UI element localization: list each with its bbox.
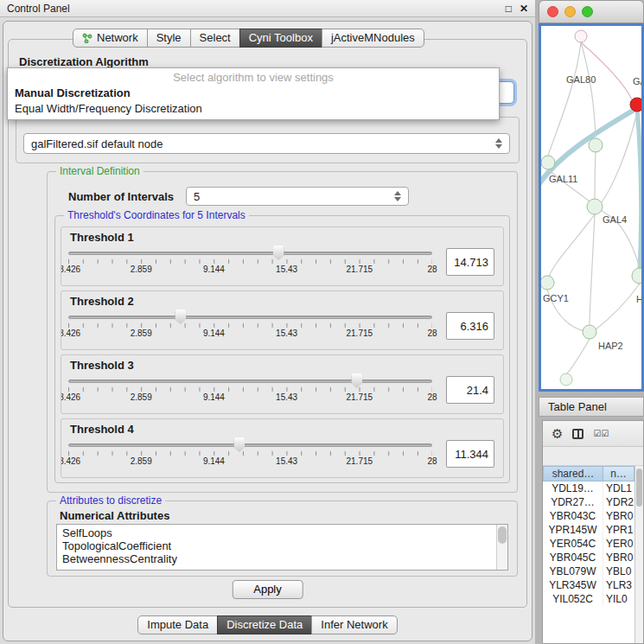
control-panel-title: Control Panel [7, 3, 498, 15]
table-row[interactable]: YDL19… YDL1 [543, 481, 634, 495]
slider-handle[interactable] [175, 309, 186, 324]
table-cell[interactable]: YBL079W [543, 564, 603, 578]
network-node[interactable] [541, 156, 555, 169]
slider-track[interactable] [68, 316, 432, 319]
table-scrollbar[interactable] [634, 466, 643, 643]
slider-handle[interactable] [273, 245, 284, 260]
table-row[interactable]: YBR045C YBR0 [543, 551, 634, 564]
threshold-2-slider[interactable]: -3.426 2.859 9.144 15.43 21.715 28 [67, 309, 434, 343]
number-of-intervals-combo[interactable]: 5 [186, 187, 409, 206]
threshold-4-value-input[interactable]: 11.344 [446, 440, 494, 468]
algorithm-dropdown-list: Select algorithm to view settings Manual… [7, 67, 500, 120]
network-node[interactable] [560, 373, 572, 386]
table-cell[interactable]: YDL19… [543, 481, 603, 495]
cyni-content-panel: Discretization Algorithm Table Data galF… [8, 39, 527, 608]
table-cell[interactable]: YDR27… [543, 495, 603, 509]
scrollbar-thumb[interactable] [636, 469, 642, 507]
list-item-betweennesscentrality[interactable]: BetweennessCentrality [57, 552, 507, 565]
slider-ticks [68, 387, 432, 392]
tab-jactivemnodules[interactable]: jActiveMNodules [322, 29, 424, 48]
table-cell[interactable]: YER054C [543, 537, 603, 551]
network-node[interactable] [632, 268, 641, 284]
tab-impute-data[interactable]: Impute Data [137, 615, 218, 634]
column-header-name[interactable]: n… [603, 466, 634, 481]
slider-track[interactable] [68, 252, 432, 255]
slider-handle[interactable] [351, 373, 362, 388]
network-node[interactable] [541, 276, 554, 290]
table-data-combo[interactable]: galFiltered.sif default node [23, 133, 510, 154]
table-data-combo-value: galFiltered.sif default node [31, 137, 494, 150]
network-node-selected[interactable] [630, 98, 641, 112]
tab-select[interactable]: Select [190, 29, 240, 48]
tab-style[interactable]: Style [147, 29, 191, 48]
table-toolbar-spacer [543, 447, 643, 466]
slider-scale: -3.426 2.859 9.144 15.43 21.715 28 [68, 456, 432, 467]
table-row[interactable]: YDR27… YDR2 [543, 495, 634, 509]
tab-infer-network[interactable]: Infer Network [311, 615, 397, 634]
table-row[interactable]: YLR345W YLR3 [543, 578, 634, 592]
attributes-scrollbar[interactable] [496, 525, 507, 570]
select-columns-icon[interactable]: ☑☑ [593, 429, 609, 438]
columns-icon[interactable] [572, 429, 583, 439]
list-item-selfloops[interactable]: SelfLoops [57, 526, 507, 539]
table-cell[interactable]: YDL1 [603, 481, 634, 495]
table-cell[interactable]: YLR3 [603, 578, 634, 592]
threshold-1-value-input[interactable]: 14.713 [446, 248, 494, 276]
network-node[interactable] [583, 325, 596, 339]
threshold-3-value-input[interactable]: 21.4 [446, 376, 494, 404]
network-node[interactable] [575, 30, 587, 42]
table-cell[interactable]: YBL0 [603, 564, 634, 578]
undock-icon[interactable]: □ [506, 3, 512, 15]
table-cell[interactable]: YIL0 [603, 592, 634, 606]
table-cell[interactable]: YPR145W [543, 523, 603, 537]
tick-label: 21.715 [347, 265, 373, 274]
bottom-tabstrip: Impute Data Discretize Data Infer Networ… [137, 615, 397, 634]
threshold-3-slider[interactable]: -3.426 2.859 9.144 15.43 21.715 28 [67, 373, 434, 407]
thresholds-group: Threshold's Coordinates for 5 Intervals … [54, 215, 510, 483]
tab-discretize-data[interactable]: Discretize Data [217, 615, 312, 634]
tab-network[interactable]: Network [73, 29, 148, 48]
table-cell[interactable]: YIL052C [543, 592, 603, 606]
number-of-intervals-label: Number of Intervals [68, 190, 174, 203]
table-cell[interactable]: YBR0 [603, 551, 634, 564]
table-row[interactable]: YIL052C YIL0 [543, 592, 634, 606]
slider-handle[interactable] [233, 437, 245, 452]
column-header-shared-name[interactable]: shared… [543, 466, 603, 481]
network-node[interactable] [587, 199, 603, 214]
traffic-zoom-icon[interactable] [582, 6, 593, 17]
dropdown-option-manual-discretization[interactable]: Manual Discretization [8, 86, 499, 101]
table-row[interactable]: YBL079W YBL0 [543, 564, 634, 578]
table-cell[interactable]: YBR0 [603, 509, 634, 523]
table-cell[interactable]: YPR1 [603, 523, 634, 537]
threshold-1-label: Threshold 1 [70, 231, 503, 244]
scrollbar-thumb[interactable] [498, 526, 507, 544]
dropdown-option-equal-width-frequency[interactable]: Equal Width/Frequency Discretization [8, 101, 499, 117]
network-canvas[interactable]: GAL80 GA GAL11 GAL4 GCY1 HAP2 H [539, 23, 644, 392]
traffic-minimize-icon[interactable] [564, 6, 576, 17]
traffic-close-icon[interactable] [547, 6, 558, 17]
threshold-2-value-input[interactable]: 6.316 [446, 312, 494, 340]
gear-icon[interactable]: ⚙ [552, 427, 563, 440]
tab-cyni-toolbox-label: Cyni Toolbox [249, 31, 313, 44]
table-cell[interactable]: YBR045C [543, 551, 603, 564]
table-row[interactable]: YER054C YER0 [543, 537, 634, 551]
table-row[interactable]: YPR145W YPR1 [543, 523, 634, 537]
table-window: ⚙ ☑☑ shared… n… YDL19… YDL1 YDR27… YDR2 … [542, 420, 644, 644]
network-node[interactable] [589, 138, 603, 152]
tab-cyni-toolbox[interactable]: Cyni Toolbox [239, 29, 322, 48]
table-cell[interactable]: YLR345W [543, 578, 603, 592]
threshold-4-slider[interactable]: -3.426 2.859 9.144 15.43 21.715 28 [67, 437, 434, 471]
table-cell[interactable]: YER0 [603, 537, 634, 551]
threshold-1-slider[interactable]: -3.426 2.859 9.144 15.43 21.715 28 [67, 245, 434, 279]
table-cell[interactable]: YBR043C [543, 509, 603, 523]
slider-track[interactable] [68, 379, 432, 383]
list-item-topologicalcoefficient[interactable]: TopologicalCoefficient [57, 539, 507, 552]
apply-button[interactable]: Apply [232, 580, 303, 599]
table-cell[interactable]: YDR2 [603, 495, 634, 509]
tick-label: 15.43 [276, 328, 297, 338]
close-icon[interactable]: ✕ [520, 3, 528, 15]
threshold-panel-2: Threshold 2 -3.426 2.859 9.144 1 [61, 290, 504, 350]
network-graph: GAL80 GA GAL11 GAL4 GCY1 HAP2 H [541, 26, 641, 389]
slider-track[interactable] [68, 443, 432, 447]
table-row[interactable]: YBR043C YBR0 [543, 509, 634, 523]
